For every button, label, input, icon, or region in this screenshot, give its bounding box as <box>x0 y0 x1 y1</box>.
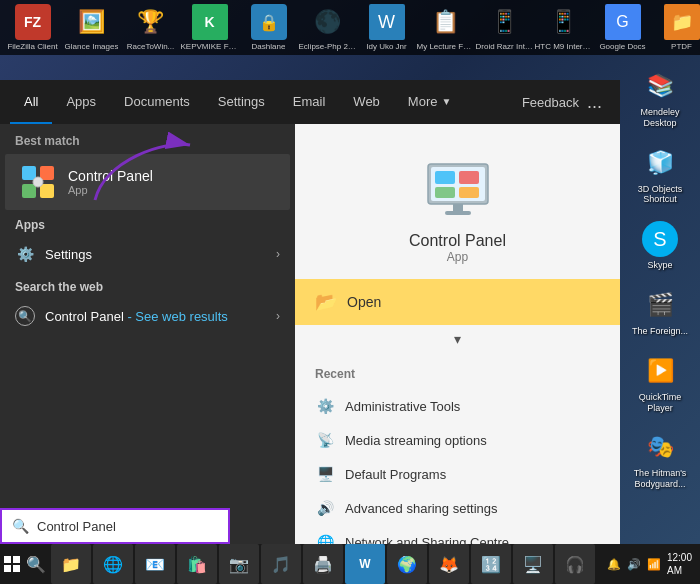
svg-rect-3 <box>40 184 54 198</box>
taskbar-item-calc[interactable]: 🔢 <box>471 544 511 584</box>
taskbar-item-mail[interactable]: 📧 <box>135 544 175 584</box>
desktop: FZ FileZilla Client 🖼️ Glance Images 🏆 R… <box>0 0 700 584</box>
taskbar-item-printer[interactable]: 🖨️ <box>303 544 343 584</box>
top-app-filezilla-label: FileZilla Client <box>7 42 57 51</box>
taskbar-tray: 🔔 🔊 📶 12:00AM <box>599 551 700 577</box>
nav-web[interactable]: Web <box>339 80 394 124</box>
right-panel: Control Panel App 📂 Open ▾ Recent ⚙️ Adm… <box>295 124 620 544</box>
desktop-icon-3d-label: 3D Objects Shortcut <box>628 184 692 206</box>
top-app-googledocs[interactable]: G Google Docs <box>595 4 650 51</box>
nav-feedback[interactable]: Feedback <box>522 95 579 110</box>
recent-header: Recent <box>295 363 620 389</box>
top-app-ptdf-label: PTDF <box>671 42 692 51</box>
top-app-filezilla[interactable]: FZ FileZilla Client <box>5 4 60 51</box>
top-app-kepvmike[interactable]: K KEPVMIKE FINANCIAL... <box>182 4 237 51</box>
start-content: Best match Control Panel App <box>0 124 620 544</box>
top-app-lecture-label: My Lecture For printin... <box>417 42 475 51</box>
recent-item-sharing[interactable]: 🔊 Advanced sharing settings <box>295 491 620 525</box>
network-label: Network and Sharing Centre <box>345 535 509 545</box>
web-search-suffix: - See web results <box>127 309 227 324</box>
desktop-icon-foreign-label: The Foreign... <box>632 326 688 337</box>
taskbar-item-hp[interactable]: 🖥️ <box>513 544 553 584</box>
tray-time: 🔔 <box>607 558 621 571</box>
default-programs-label: Default Programs <box>345 467 446 482</box>
svg-rect-0 <box>22 166 36 180</box>
desktop-icon-3d[interactable]: 🧊 3D Objects Shortcut <box>625 142 695 209</box>
top-app-glance-label: Glance Images <box>65 42 119 51</box>
desktop-icon-skype-label: Skype <box>647 260 672 271</box>
top-app-eclipse[interactable]: 🌑 Eclipse-Php 2018.12 <box>300 4 355 51</box>
default-programs-icon: 🖥️ <box>315 464 335 484</box>
top-app-htc[interactable]: 📱 HTC M9 Intern... <box>536 4 591 51</box>
collapse-button[interactable]: ▾ <box>295 325 620 353</box>
top-app-racetowin[interactable]: 🏆 RaceToWin... <box>123 4 178 51</box>
taskbar-item-chrome[interactable]: 🌍 <box>387 544 427 584</box>
start-nav: All Apps Documents Settings Email Web Mo… <box>0 80 620 124</box>
top-app-droid-label: Droid Razr Intern... <box>476 42 534 51</box>
taskbar-search-icon[interactable]: 🔍 <box>25 544 47 584</box>
svg-rect-7 <box>435 171 455 184</box>
settings-label: Settings <box>45 247 92 262</box>
best-match-title: Control Panel <box>68 168 153 184</box>
recent-item-network[interactable]: 🌐 Network and Sharing Centre <box>295 525 620 544</box>
sharing-settings-icon: 🔊 <box>315 498 335 518</box>
desktop-icon-skype[interactable]: S Skype <box>625 218 695 274</box>
desktop-icon-mendeley-label: Mendeley Desktop <box>628 107 692 129</box>
top-app-ptdf[interactable]: 📁 PTDF <box>654 4 700 51</box>
svg-rect-1 <box>40 166 54 180</box>
nav-email[interactable]: Email <box>279 80 340 124</box>
open-button[interactable]: 📂 Open <box>295 279 620 325</box>
desktop-icon-mendeley[interactable]: 📚 Mendeley Desktop <box>625 65 695 132</box>
recent-item-admin[interactable]: ⚙️ Administrative Tools <box>295 389 620 423</box>
nav-dots[interactable]: ... <box>579 92 610 113</box>
nav-documents[interactable]: Documents <box>110 80 204 124</box>
admin-tools-label: Administrative Tools <box>345 399 460 414</box>
start-button[interactable] <box>0 544 25 584</box>
top-app-idy[interactable]: W Idy Uko Jnr <box>359 4 414 51</box>
top-app-glance[interactable]: 🖼️ Glance Images <box>64 4 119 51</box>
windows-icon <box>4 556 20 572</box>
top-app-droid[interactable]: 📱 Droid Razr Intern... <box>477 4 532 51</box>
start-menu: All Apps Documents Settings Email Web Mo… <box>0 80 620 544</box>
top-app-dashlane[interactable]: 🔒 Dashlane <box>241 4 296 51</box>
taskbar-item-spotify[interactable]: 🎧 <box>555 544 595 584</box>
best-match-subtitle: App <box>68 184 153 196</box>
best-match-text: Control Panel App <box>68 168 153 196</box>
settings-app-item[interactable]: ⚙️ Settings › <box>0 236 295 272</box>
svg-rect-8 <box>459 171 479 184</box>
taskbar-item-photos[interactable]: 📷 <box>219 544 259 584</box>
taskbar-item-edge[interactable]: 🌐 <box>93 544 133 584</box>
search-bar-icon: 🔍 <box>12 518 29 534</box>
tray-network: 📶 <box>647 558 661 571</box>
best-match-item[interactable]: Control Panel App <box>5 154 290 210</box>
media-streaming-label: Media streaming options <box>345 433 487 448</box>
best-match-header: Best match <box>0 124 295 154</box>
taskbar-item-store[interactable]: 🛍️ <box>177 544 217 584</box>
taskbar-item-music[interactable]: 🎵 <box>261 544 301 584</box>
sharing-settings-label: Advanced sharing settings <box>345 501 497 516</box>
desktop-icon-quicktime[interactable]: ▶️ QuickTime Player <box>625 350 695 417</box>
svg-rect-9 <box>435 187 455 198</box>
recent-section: Recent ⚙️ Administrative Tools 📡 Media s… <box>295 353 620 544</box>
nav-apps[interactable]: Apps <box>52 80 110 124</box>
nav-more[interactable]: More ▼ <box>394 80 466 124</box>
recent-item-media[interactable]: 📡 Media streaming options <box>295 423 620 457</box>
top-app-idy-label: Idy Uko Jnr <box>366 42 406 51</box>
nav-settings[interactable]: Settings <box>204 80 279 124</box>
taskbar-item-word[interactable]: W <box>345 544 385 584</box>
desktop-icon-foreign[interactable]: 🎬 The Foreign... <box>625 284 695 340</box>
desktop-icon-hitman[interactable]: 🎭 The Hitman's Bodyguard... <box>625 426 695 493</box>
taskbar-item-firefox[interactable]: 🦊 <box>429 544 469 584</box>
search-bar-text[interactable]: Control Panel <box>37 519 116 534</box>
right-app-type: App <box>447 250 468 264</box>
control-panel-icon <box>20 164 56 200</box>
desktop-icon-quicktime-label: QuickTime Player <box>628 392 692 414</box>
nav-all[interactable]: All <box>10 80 52 124</box>
top-app-lecture[interactable]: 📋 My Lecture For printin... <box>418 4 473 51</box>
taskbar-item-explorer[interactable]: 📁 <box>51 544 91 584</box>
tray-clock: 12:00AM <box>667 551 692 577</box>
admin-tools-icon: ⚙️ <box>315 396 335 416</box>
left-panel: Best match Control Panel App <box>0 124 295 544</box>
web-search-item[interactable]: 🔍 Control Panel - See web results › <box>0 298 295 334</box>
recent-item-default[interactable]: 🖥️ Default Programs <box>295 457 620 491</box>
